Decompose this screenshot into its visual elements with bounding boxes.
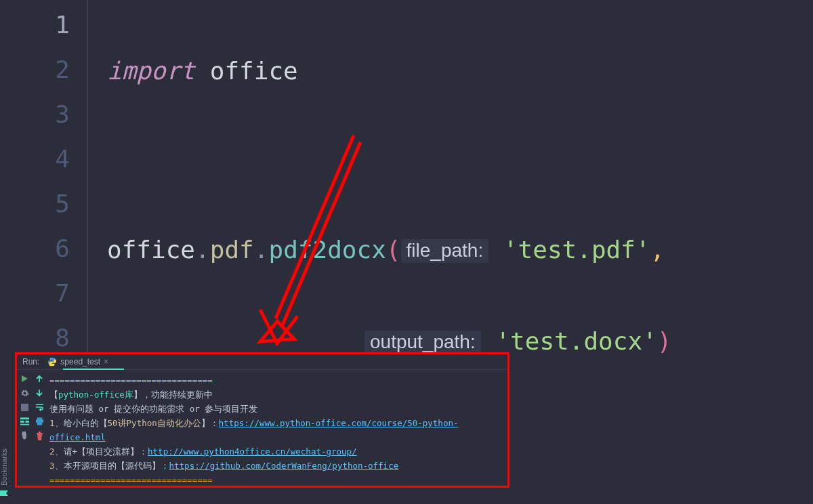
bookmark-icon — [0, 489, 8, 497]
svg-rect-9 — [25, 421, 29, 423]
svg-rect-15 — [39, 432, 41, 433]
run-tab[interactable]: speed_test × — [45, 356, 111, 367]
console-output[interactable]: ================================ 【python… — [47, 370, 507, 485]
run-header: Run: speed_test × — [17, 354, 507, 370]
gutter-line: 7 — [0, 271, 70, 316]
code-editor[interactable]: 1 2 3 4 5 6 7 8 import office office.pdf… — [0, 0, 813, 352]
layout-icon[interactable] — [20, 417, 29, 426]
run-label: Run: — [22, 357, 39, 366]
github-link[interactable]: https://github.com/CoderWanFeng/python-o… — [169, 461, 399, 471]
code-line-2 — [107, 138, 672, 183]
svg-rect-7 — [20, 417, 29, 419]
run-toolbar-left — [17, 370, 32, 485]
separator-line: ================================ — [49, 475, 213, 485]
svg-rect-13 — [37, 423, 41, 425]
soft-wrap-icon[interactable] — [35, 402, 44, 412]
gutter-line: 4 — [0, 137, 70, 182]
separator-line: ================================ — [49, 375, 213, 385]
close-icon[interactable]: × — [104, 357, 108, 366]
library-name: python-office库 — [58, 390, 133, 400]
line-gutter: 1 2 3 4 5 6 7 8 — [0, 0, 88, 352]
gutter-line: 5 — [0, 182, 70, 226]
param-hint-file: file_path: — [401, 239, 489, 263]
svg-rect-11 — [37, 417, 41, 419]
run-toolbar-right — [32, 370, 47, 485]
svg-point-3 — [50, 358, 51, 359]
module-name: office — [210, 57, 298, 85]
gutter-line: 6 — [0, 226, 70, 271]
svg-point-4 — [54, 364, 54, 365]
pin-icon[interactable] — [20, 431, 29, 440]
svg-marker-5 — [22, 375, 28, 382]
svg-rect-10 — [20, 424, 29, 425]
run-icon[interactable] — [20, 374, 29, 383]
trash-icon[interactable] — [35, 431, 44, 440]
code-line-1: import office — [107, 49, 672, 93]
gutter-line: 3 — [0, 92, 70, 137]
run-tool-window: Run: speed_test × ======================… — [15, 352, 509, 488]
code-line-3: office.pdf.pdf2docx(file_path: 'test.pdf… — [107, 228, 672, 274]
svg-rect-6 — [21, 404, 28, 411]
keyword-import: import — [107, 57, 195, 85]
gutter-line: 1 — [0, 3, 70, 47]
bookmarks-label: Bookmarks — [0, 448, 8, 486]
up-arrow-icon[interactable] — [35, 374, 44, 383]
print-icon[interactable] — [35, 417, 44, 426]
down-arrow-icon[interactable] — [35, 388, 44, 398]
svg-rect-14 — [37, 433, 43, 434]
param-hint-output: output_path: — [364, 331, 481, 354]
wechat-group-link[interactable]: http://www.python4office.cn/wechat-group… — [148, 446, 357, 457]
svg-rect-8 — [20, 421, 24, 423]
run-tab-name: speed_test — [60, 357, 100, 366]
tab-active-indicator — [63, 369, 124, 370]
code-area[interactable]: import office office.pdf.pdf2docx(file_p… — [88, 0, 672, 352]
gear-icon[interactable] — [20, 388, 29, 398]
string-literal: 'test.pdf' — [503, 236, 650, 264]
function-call: pdf2docx — [268, 236, 385, 264]
string-literal: 'test.docx' — [495, 327, 656, 355]
bookmarks-tab[interactable]: Bookmarks — [0, 448, 8, 497]
stop-icon[interactable] — [20, 402, 29, 412]
svg-rect-12 — [35, 419, 43, 423]
python-file-icon — [47, 357, 57, 366]
gutter-line: 2 — [0, 47, 70, 92]
